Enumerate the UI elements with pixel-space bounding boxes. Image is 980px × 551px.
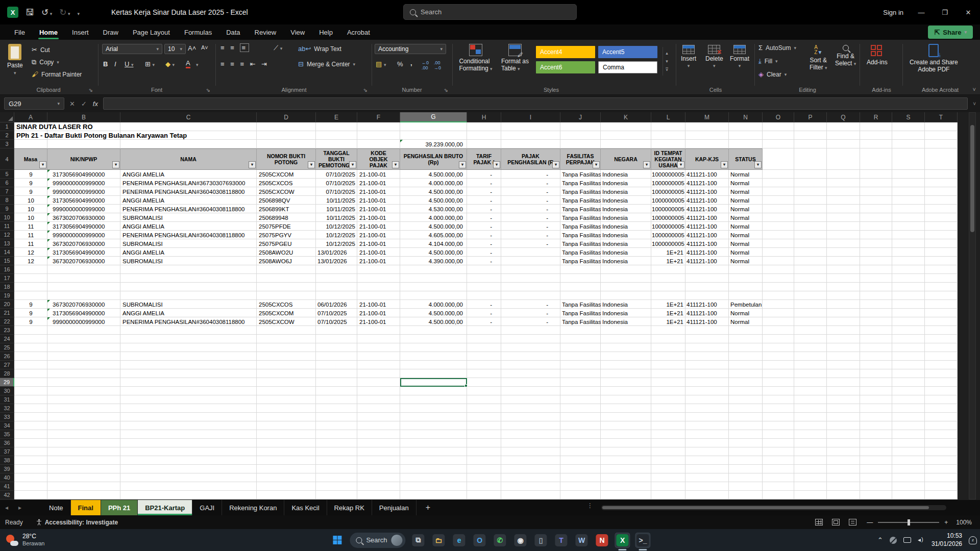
tab-page-layout[interactable]: Page Layout xyxy=(127,26,176,39)
bold-button[interactable]: B xyxy=(103,60,108,68)
row-header-15[interactable]: 15 xyxy=(0,257,14,265)
tab-view[interactable]: View xyxy=(284,26,311,39)
edge-icon[interactable]: e xyxy=(452,533,467,548)
sheet-tab-penjualan[interactable]: Penjualan xyxy=(372,500,416,515)
filter-button-L[interactable]: ▾ xyxy=(677,161,684,168)
column-header-S[interactable]: S xyxy=(892,112,925,122)
undo-icon[interactable]: ↺ ▾ xyxy=(41,8,52,17)
accessibility-status[interactable]: Accessibility: Investigate xyxy=(36,519,118,526)
clipboard-dialog-launcher-icon[interactable]: ⇘ xyxy=(89,87,93,93)
row-header-31[interactable]: 31 xyxy=(0,395,14,404)
row-header-9[interactable]: 9 xyxy=(0,205,14,213)
filter-button-E[interactable]: ▾ xyxy=(349,161,356,168)
row-header-41[interactable]: 41 xyxy=(0,482,14,491)
fill-handle[interactable] xyxy=(464,384,468,387)
word-icon[interactable]: W xyxy=(574,533,590,548)
row-header-7[interactable]: 7 xyxy=(0,187,14,196)
column-header-C[interactable]: C xyxy=(120,112,257,122)
insert-cells-button[interactable]: Insert▾ xyxy=(681,45,696,68)
minimize-button[interactable]: — xyxy=(910,0,933,24)
terminal-icon[interactable]: >_ xyxy=(635,533,651,548)
chrome-icon[interactable]: ◉ xyxy=(513,533,528,548)
row-header-10[interactable]: 10 xyxy=(0,213,14,222)
row-header-17[interactable]: 17 xyxy=(0,274,14,283)
column-header-R[interactable]: R xyxy=(860,112,892,122)
sheet-tab-bp21-kartap[interactable]: BP21-Kartap xyxy=(138,500,192,515)
align-left-center-right-icons[interactable]: ≡ ≡ ≡ ⇤ ⇥ xyxy=(220,60,269,68)
row-header-3[interactable]: 3 xyxy=(0,140,14,148)
increase-decimal-icon[interactable]: ←0.00 xyxy=(422,60,429,70)
sheet-tab-kas-kecil[interactable]: Kas Kecil xyxy=(284,500,327,515)
filter-button-K[interactable]: ▾ xyxy=(643,161,650,168)
task-view-icon[interactable]: ⧉ xyxy=(411,533,426,548)
row-header-26[interactable]: 26 xyxy=(0,352,14,361)
sheet-tab-pph-21[interactable]: PPh 21 xyxy=(101,500,138,515)
phone-link-icon[interactable]: ▯ xyxy=(533,533,549,548)
enter-icon[interactable]: ✓ xyxy=(81,100,87,108)
cell-style-accent5[interactable]: Accent5 xyxy=(598,46,657,58)
column-header-E[interactable]: E xyxy=(316,112,357,122)
cell-style-accent6[interactable]: Accent6 xyxy=(536,61,595,73)
excel-app-icon[interactable]: X xyxy=(7,7,18,18)
filter-button-G[interactable]: ▾ xyxy=(459,161,466,168)
tab-review[interactable]: Review xyxy=(249,26,283,39)
filter-button-F[interactable]: ▾ xyxy=(392,161,399,168)
sheet-tab-final[interactable]: Final xyxy=(71,500,101,515)
decrease-decimal-icon[interactable]: .00→0 xyxy=(434,60,441,70)
comma-style-icon[interactable]: , xyxy=(410,59,412,67)
network-offline-icon[interactable] xyxy=(890,537,897,544)
sheet-nav-right-icon[interactable]: ▸ xyxy=(13,504,27,511)
merge-center-button[interactable]: ⊟Merge & Center▾ xyxy=(298,60,355,68)
row-header-23[interactable]: 23 xyxy=(0,326,14,335)
row-header-34[interactable]: 34 xyxy=(0,421,14,430)
teams-icon[interactable]: T xyxy=(554,533,569,548)
page-break-view-icon[interactable] xyxy=(849,519,856,525)
row-header-37[interactable]: 37 xyxy=(0,447,14,456)
row-header-21[interactable]: 21 xyxy=(0,309,14,317)
sheet-tab-gaji[interactable]: GAJI xyxy=(192,500,222,515)
cut-button[interactable]: ✂Cut xyxy=(32,46,50,54)
font-size-select[interactable]: 10▾ xyxy=(164,44,186,54)
column-header-Q[interactable]: Q xyxy=(827,112,860,122)
row-header-40[interactable]: 40 xyxy=(0,473,14,482)
row-header-38[interactable]: 38 xyxy=(0,456,14,465)
row-header-36[interactable]: 36 xyxy=(0,439,14,447)
tab-insert[interactable]: Insert xyxy=(66,26,95,39)
cell-style-accent4[interactable]: Accent4 xyxy=(536,46,595,58)
column-header-D[interactable]: D xyxy=(257,112,316,122)
column-header-N[interactable]: N xyxy=(729,112,763,122)
row-header-5[interactable]: 5 xyxy=(0,170,14,179)
row-header-30[interactable]: 30 xyxy=(0,387,14,395)
select-all-corner[interactable] xyxy=(0,112,14,122)
clock[interactable]: 10:53 31/01/2026 xyxy=(932,532,962,548)
row-header-25[interactable]: 25 xyxy=(0,343,14,352)
save-icon[interactable]: 🖫 xyxy=(26,8,34,17)
page-layout-view-icon[interactable] xyxy=(832,519,840,525)
italic-button[interactable]: I xyxy=(114,60,116,68)
underline-button[interactable]: U ▾ xyxy=(125,60,134,68)
vertical-scroll-thumb[interactable] xyxy=(970,125,974,232)
notifications-muted-icon[interactable]: z xyxy=(969,536,977,544)
delete-cells-button[interactable]: ✕ Delete▾ xyxy=(705,45,723,68)
name-box[interactable]: G29▾ xyxy=(4,97,64,110)
row-header-32[interactable]: 32 xyxy=(0,404,14,413)
insert-function-icon[interactable]: fx xyxy=(93,100,98,108)
sheet-tab-rekening-koran[interactable]: Rekening Koran xyxy=(222,500,284,515)
title-search-box[interactable]: Search xyxy=(403,4,577,20)
paste-button[interactable]: Paste▾ xyxy=(7,44,23,76)
align-top-icon[interactable]: ≡ ≡ ≡ xyxy=(220,44,249,52)
collapse-ribbon-icon[interactable]: ˅ xyxy=(973,86,976,92)
zoom-slider[interactable] xyxy=(878,522,939,523)
create-pdf-button[interactable]: ⤓ Create and ShareAdobe PDF xyxy=(910,44,958,73)
row-header-18[interactable]: 18 xyxy=(0,283,14,291)
horizontal-scrollbar[interactable] xyxy=(601,505,946,510)
speaker-icon[interactable] xyxy=(918,537,925,543)
row-header-6[interactable]: 6 xyxy=(0,179,14,187)
decrease-font-icon[interactable]: A˅ xyxy=(201,44,208,51)
share-button[interactable]: ⇱ Share ▾ xyxy=(928,26,973,39)
column-header-B[interactable]: B xyxy=(47,112,120,122)
format-painter-button[interactable]: 🖌Format Painter xyxy=(32,70,82,78)
outlook-icon[interactable]: O xyxy=(472,533,487,548)
column-header-A[interactable]: A xyxy=(14,112,47,122)
column-header-J[interactable]: J xyxy=(560,112,601,122)
